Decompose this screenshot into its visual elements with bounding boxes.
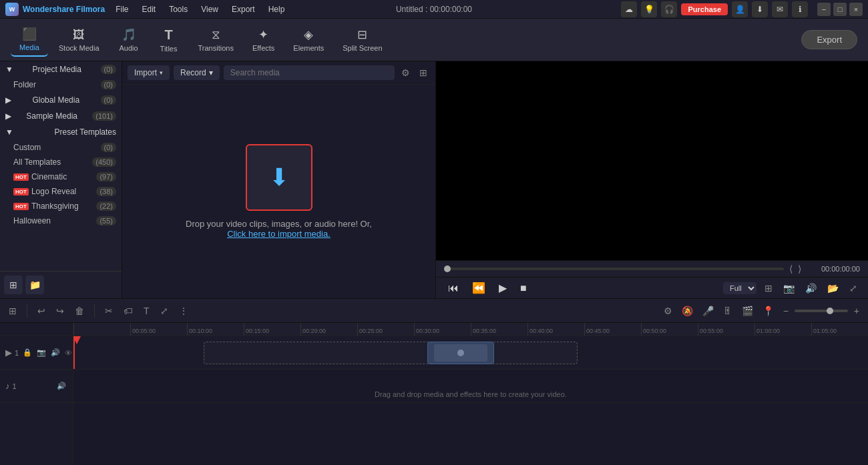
- lightbulb-btn[interactable]: 💡: [641, 1, 657, 17]
- ruler-mark-2: 00:10:00: [187, 323, 244, 336]
- left-panel-bottom: ⊞ 📁: [0, 271, 122, 298]
- menu-tools[interactable]: Tools: [164, 3, 193, 15]
- tool-transitions[interactable]: ⧖ Transitions: [190, 24, 242, 56]
- zoom-slider[interactable]: [795, 310, 848, 312]
- dashed-drop-zone: [204, 342, 578, 364]
- tag-btn[interactable]: 🏷: [120, 304, 136, 318]
- step-back-button[interactable]: ⏪: [468, 280, 489, 296]
- sample-media-header[interactable]: ▶ Sample Media (101): [0, 108, 122, 124]
- bracket-left-icon[interactable]: ⟨: [789, 264, 793, 274]
- zoom-in-btn[interactable]: +: [851, 304, 863, 318]
- tool-titles[interactable]: T Titles: [150, 23, 188, 57]
- volume-btn[interactable]: 🔊: [803, 282, 819, 295]
- scrubber-handle[interactable]: [444, 266, 451, 272]
- video-track: [73, 336, 868, 370]
- tool-effects[interactable]: ✦ Effects: [244, 23, 282, 56]
- record-button[interactable]: Record ▾: [174, 65, 220, 80]
- cinematic-item[interactable]: HOT Cinematic (97): [0, 169, 122, 184]
- mail-btn[interactable]: ✉: [772, 1, 788, 17]
- thanksgiving-item[interactable]: HOT Thanksgiving (22): [0, 199, 122, 213]
- quality-select[interactable]: Full 1/2 1/4: [723, 282, 756, 294]
- preset-templates-header[interactable]: ▼ Preset Templates: [0, 124, 122, 140]
- filter-button[interactable]: ⚙: [399, 66, 413, 79]
- grid-view-button[interactable]: ⊞: [417, 66, 430, 79]
- download-icon: ⬇: [269, 163, 289, 191]
- fit-frame-btn[interactable]: ⊞: [762, 282, 775, 295]
- halloween-item[interactable]: Halloween (55): [0, 213, 122, 228]
- track-eye-btn[interactable]: 👁: [63, 348, 73, 358]
- expand-btn[interactable]: ⤢: [847, 282, 860, 295]
- silence-btn[interactable]: 🔕: [678, 304, 696, 318]
- undo-btn[interactable]: ↩: [34, 304, 49, 318]
- export-button[interactable]: Export: [801, 30, 857, 49]
- tool-media-label: Media: [19, 43, 39, 51]
- zoom-handle[interactable]: [827, 308, 833, 314]
- text-btn[interactable]: T: [140, 304, 153, 318]
- menu-edit[interactable]: Edit: [136, 3, 161, 15]
- cloud-btn[interactable]: ☁: [621, 1, 637, 17]
- logo-reveal-item[interactable]: HOT Logo Reveal (38): [0, 184, 122, 199]
- all-templates-item[interactable]: All Templates (450): [0, 155, 122, 169]
- redo-btn[interactable]: ↪: [53, 304, 67, 318]
- audio-mix-btn[interactable]: 🎚: [720, 304, 736, 318]
- project-media-header[interactable]: ▼ Project Media (0): [0, 61, 122, 77]
- tool-media[interactable]: ⬛ Media: [11, 23, 48, 57]
- tool-elements[interactable]: ◈ Elements: [285, 23, 332, 56]
- headset-btn[interactable]: 🎧: [661, 1, 677, 17]
- menu-help[interactable]: Help: [263, 3, 290, 15]
- info-btn[interactable]: ℹ: [792, 1, 808, 17]
- delete-btn[interactable]: 🗑: [71, 304, 87, 318]
- ripple-btn[interactable]: ⤢: [157, 304, 172, 318]
- menu-file[interactable]: File: [110, 3, 134, 15]
- halloween-label: Halloween: [13, 216, 51, 225]
- audio-icon: 🎵: [122, 27, 136, 42]
- play-button[interactable]: ▶: [495, 280, 511, 296]
- track-volume-btn[interactable]: 🔊: [49, 348, 61, 358]
- folder-open-btn[interactable]: 📂: [825, 282, 841, 295]
- cut-btn[interactable]: ✂: [101, 304, 116, 318]
- project-title: Untitled : 00:00:00:00: [396, 5, 472, 14]
- motion-track-btn[interactable]: 📍: [759, 304, 777, 318]
- audio-volume-btn[interactable]: 🔊: [55, 381, 67, 391]
- global-media-header[interactable]: ▶ Global Media (0): [0, 92, 122, 108]
- zoom-out-btn[interactable]: −: [780, 304, 792, 318]
- add-track-btn[interactable]: ⊞: [5, 304, 20, 318]
- custom-item[interactable]: Custom (0): [0, 140, 122, 155]
- close-button[interactable]: ×: [849, 3, 863, 16]
- tool-stock-media[interactable]: 🖼 Stock Media: [51, 24, 107, 56]
- track-camera-btn[interactable]: 📷: [35, 348, 47, 358]
- folder-item[interactable]: Folder (0): [0, 77, 122, 92]
- render-btn[interactable]: ⚙: [660, 304, 676, 318]
- tool-titles-label: Titles: [160, 45, 178, 53]
- maximize-button[interactable]: □: [833, 3, 847, 16]
- title-bar-right: ☁ 💡 🎧 Purchase 👤 ⬇ ✉ ℹ − □ ×: [621, 1, 863, 17]
- rewind-button[interactable]: ⏮: [444, 281, 463, 296]
- tool-audio[interactable]: 🎵 Audio: [110, 23, 148, 56]
- dragged-clip[interactable]: [427, 342, 494, 364]
- ruler-mark-0: [73, 323, 130, 336]
- magnet-btn[interactable]: ⋮: [176, 304, 192, 318]
- import-link[interactable]: Click here to import media.: [227, 229, 331, 239]
- search-input[interactable]: [224, 65, 395, 80]
- drop-text-line1: Drop your video clips, images, or audio …: [186, 219, 372, 229]
- track-lock-btn[interactable]: 🔒: [21, 348, 33, 358]
- mic-btn[interactable]: 🎤: [699, 304, 717, 318]
- main-toolbar: ⬛ Media 🖼 Stock Media 🎵 Audio T Titles ⧖…: [0, 19, 868, 61]
- tool-split-screen[interactable]: ⊟ Split Screen: [335, 23, 390, 56]
- add-folder-btn[interactable]: ⊞: [4, 276, 23, 294]
- import-button[interactable]: Import ▾: [128, 65, 170, 80]
- new-folder-btn[interactable]: 📁: [25, 276, 44, 294]
- preview-scrubber[interactable]: [444, 268, 784, 270]
- multicam-btn[interactable]: 🎬: [738, 304, 756, 318]
- global-media-count: (0): [101, 95, 116, 105]
- ruler-marks: 00:05:00 00:10:00 00:15:00 00:20:00 00:2…: [73, 323, 868, 336]
- minimize-button[interactable]: −: [817, 3, 831, 16]
- user-btn[interactable]: 👤: [732, 1, 748, 17]
- menu-view[interactable]: View: [196, 3, 224, 15]
- download-btn[interactable]: ⬇: [752, 1, 768, 17]
- screenshot-btn[interactable]: 📷: [781, 282, 797, 295]
- stop-button[interactable]: ■: [516, 281, 531, 296]
- purchase-button[interactable]: Purchase: [681, 3, 728, 15]
- bracket-right-icon[interactable]: ⟩: [798, 264, 801, 274]
- menu-export[interactable]: Export: [226, 3, 260, 15]
